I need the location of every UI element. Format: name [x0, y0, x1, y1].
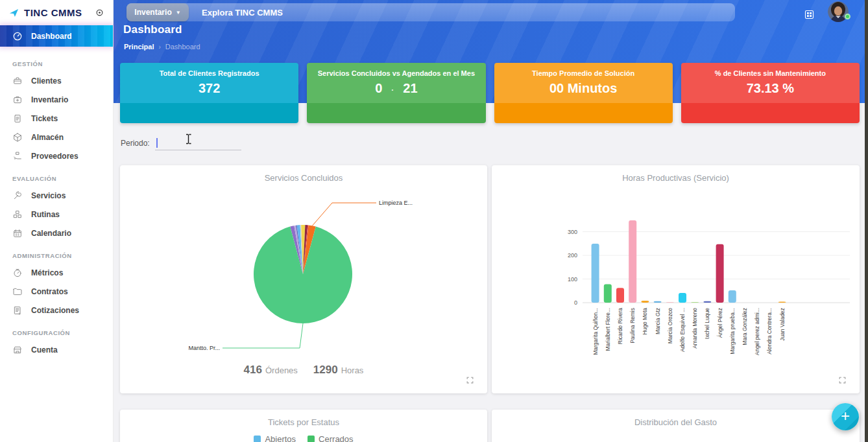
stat-value: 0 [375, 81, 382, 96]
calendar-icon [12, 228, 23, 238]
svg-text:Marialbert Flore...: Marialbert Flore... [605, 308, 611, 351]
text-caret [156, 138, 158, 148]
sidebar-item-label: Métricos [31, 268, 63, 277]
context-dropdown-button[interactable]: Inventario ▼ [127, 3, 189, 21]
svg-text:Ricardo Rivera: Ricardo Rivera [617, 308, 623, 344]
sidebar: TINC CMMS Dashboard GESTIÓNClientesInven… [0, 0, 114, 442]
invoice-icon [12, 305, 23, 316]
breadcrumb-root[interactable]: Principal [124, 43, 154, 51]
sidebar-item-inventario[interactable]: Inventario [0, 90, 113, 109]
sidebar-item-label: Cotizaciones [31, 306, 79, 315]
bank-icon [12, 345, 23, 355]
plus-icon: + [841, 407, 850, 425]
sidebar-item-label: Contratos [31, 287, 68, 296]
stat-card-servicios: Servicios Concluidos vs Agendados en el … [307, 63, 485, 123]
expand-icon[interactable] [466, 376, 474, 384]
periodo-input[interactable] [155, 136, 241, 150]
legend-abiertos[interactable]: Abiertos [254, 434, 296, 442]
sidebar-item-clientes[interactable]: Clientes [0, 71, 113, 90]
legend-chip [307, 436, 315, 442]
online-status-dot [845, 14, 850, 19]
cubes-icon [12, 209, 23, 220]
stat-title: Servicios Concluidos vs Agendados en el … [307, 69, 485, 77]
sidebar-item-label: Tickets [31, 114, 58, 123]
card-title: Horas Productivas (Servicio) [492, 173, 860, 183]
svg-text:0: 0 [574, 299, 577, 306]
sidebar-section-label: GESTIÓN [0, 51, 113, 71]
sidebar-section-label: CONFIGURACIÓN [0, 320, 113, 340]
sidebar-section-label: EVALUACIÓN [0, 165, 113, 186]
legend-cerrados[interactable]: Cerrados [307, 434, 353, 442]
record-circle-icon[interactable] [95, 8, 104, 17]
sidebar-item-label: Cuenta [31, 345, 58, 355]
sidebar-item-tickets[interactable]: Tickets [0, 109, 113, 128]
sidebar-item-label: Rutinas [31, 210, 60, 219]
app-name: TINC CMMS [24, 7, 90, 18]
stat-value: 00 Minutos [549, 81, 617, 96]
app-logo-icon [9, 8, 19, 17]
hours-value: 1290 [313, 364, 338, 376]
stat-card-tiempo: Tiempo Promedio de Solución 00 Minutos [494, 63, 673, 123]
stat-value: 372 [199, 81, 220, 96]
stat-cards-row: Total de Clientes Registrados 372 Servic… [120, 63, 860, 123]
sidebar-item-label: Almacén [31, 133, 64, 142]
svg-text:200: 200 [568, 252, 577, 259]
sidebar-item-almacen[interactable]: Almacén [0, 128, 113, 146]
ibeam-cursor-icon [185, 134, 192, 147]
package-icon [12, 132, 23, 143]
svg-text:Angel perez admi...: Angel perez admi... [754, 308, 760, 355]
expand-icon[interactable] [838, 376, 847, 384]
stat-value: 73.13 % [747, 81, 794, 96]
svg-text:Adolfo Esquivel ...: Adolfo Esquivel ... [679, 308, 686, 352]
svg-text:100: 100 [568, 276, 577, 283]
svg-text:300: 300 [568, 229, 577, 235]
sidebar-item-metricos[interactable]: Métricos [0, 263, 113, 282]
supplier-icon [12, 151, 23, 161]
search-input[interactable]: Explora TINC CMMS [202, 8, 283, 17]
sidebar-item-rutinas[interactable]: Rutinas [0, 205, 113, 224]
clipboard-icon [12, 113, 23, 124]
sidebar-item-servicios[interactable]: Servicios [0, 186, 113, 205]
briefcase-icon [12, 76, 23, 86]
svg-text:Juan Valadez: Juan Valadez [779, 308, 786, 341]
card-title: Tickets por Estatus [120, 417, 487, 427]
svg-text:Ángel Pérez: Ángel Pérez [717, 308, 723, 338]
sidebar-item-cotizaciones[interactable]: Cotizaciones [0, 301, 113, 320]
sidebar-item-dashboard[interactable]: Dashboard [0, 25, 113, 47]
periodo-label: Periodo: [121, 139, 150, 150]
add-button[interactable]: + [832, 403, 859, 430]
sidebar-item-contratos[interactable]: Contratos [0, 282, 113, 301]
pie-chart[interactable]: Limpieza E...Mantto. Pr... [120, 165, 487, 393]
speedometer-icon [12, 31, 23, 41]
svg-text:Mara González: Mara González [741, 308, 748, 345]
gauge-icon [12, 268, 23, 278]
modules-icon[interactable] [804, 9, 815, 20]
sidebar-item-cuenta[interactable]: Cuenta [0, 340, 113, 359]
chart-legend: Abiertos Cerrados [120, 434, 487, 442]
window-edge-strip [865, 0, 868, 442]
legend-chip [254, 436, 261, 442]
svg-text:Paulina Remis: Paulina Remis [629, 308, 636, 343]
sidebar-item-label: Clientes [31, 76, 62, 86]
stat-title: Total de Clientes Registrados [120, 69, 298, 77]
sidebar-item-calendario[interactable]: Calendario [0, 224, 113, 242]
global-search-bar[interactable]: Inventario ▼ Explora TINC CMMS [127, 3, 735, 21]
card-tickets-por-estatus: Tickets por Estatus Abiertos Cerrados [120, 410, 487, 442]
pie-footer: 416Órdenes 1290Horas [120, 364, 487, 377]
card-distribucion-gasto: Distribución del Gasto [492, 410, 860, 442]
sidebar-item-label: Calendario [31, 229, 71, 238]
sidebar-item-proveedores[interactable]: Proveedores [0, 146, 113, 165]
card-title: Servicios Concluidos [120, 173, 487, 183]
kit-icon [12, 95, 23, 105]
periodo-filter: Periodo: [121, 136, 241, 150]
sidebar-item-label: Proveedores [31, 152, 78, 161]
svg-text:Marcia Orozco: Marcia Orozco [667, 308, 673, 344]
stat-separator: · [391, 86, 394, 95]
avatar[interactable] [828, 1, 849, 22]
sidebar-item-label: Dashboard [31, 32, 72, 41]
sidebar-item-label: Servicios [31, 191, 66, 200]
stat-value-2: 21 [403, 81, 417, 96]
stat-card-sin-mantenimiento: % de Clientes sin Mantenimiento 73.13 % [681, 63, 860, 123]
bar-chart[interactable]: 0100200300Margarita Quiñon...Marialbert … [492, 165, 860, 393]
svg-text:Alondra Contrera...: Alondra Contrera... [766, 308, 773, 355]
